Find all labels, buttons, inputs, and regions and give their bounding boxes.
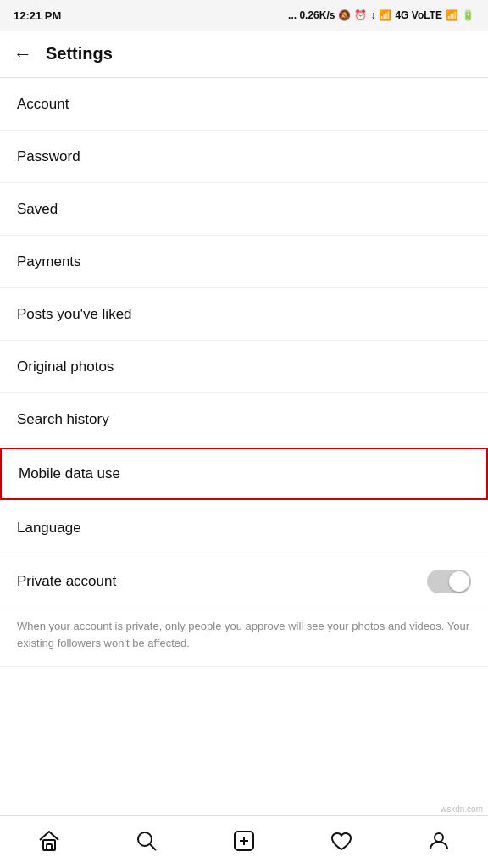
settings-label-private-account: Private account <box>17 573 116 590</box>
svg-rect-1 <box>47 844 52 850</box>
settings-item-search-history[interactable]: Search history <box>0 393 488 446</box>
nav-item-add[interactable] <box>224 822 264 863</box>
settings-item-posts-liked[interactable]: Posts you've liked <box>0 288 488 341</box>
settings-label-payments: Payments <box>17 253 81 270</box>
back-button[interactable]: ← <box>14 45 32 64</box>
toggle-knob <box>449 571 469 592</box>
header: ← Settings <box>0 31 488 78</box>
settings-item-language[interactable]: Language <box>0 502 488 554</box>
svg-point-7 <box>435 833 443 842</box>
page-title: Settings <box>46 44 113 64</box>
settings-label-mobile-data: Mobile data use <box>19 465 120 482</box>
settings-item-mobile-data[interactable]: Mobile data use <box>0 448 488 500</box>
heart-icon <box>330 829 353 856</box>
nav-item-search[interactable] <box>126 822 167 863</box>
settings-label-account: Account <box>17 96 69 113</box>
settings-item-password[interactable]: Password <box>0 131 488 183</box>
settings-item-original-photos[interactable]: Original photos <box>0 341 488 393</box>
add-icon <box>232 829 256 856</box>
status-indicators: ... 0.26K/s 🔕 ⏰ ↕ 📶 4G VoLTE 📶 🔋 <box>288 9 474 21</box>
home-icon <box>37 829 61 856</box>
settings-label-saved: Saved <box>17 201 58 218</box>
settings-item-saved[interactable]: Saved <box>0 183 488 236</box>
settings-label-posts-liked: Posts you've liked <box>17 306 132 323</box>
nav-item-profile[interactable] <box>419 822 459 863</box>
settings-label-language: Language <box>17 520 81 537</box>
settings-label-password: Password <box>17 148 80 165</box>
private-account-toggle[interactable] <box>427 570 471 593</box>
settings-label-search-history: Search history <box>17 411 109 428</box>
settings-list: AccountPasswordSavedPaymentsPosts you've… <box>0 78 488 815</box>
nav-item-home[interactable] <box>29 822 69 863</box>
nav-item-heart[interactable] <box>321 822 362 863</box>
settings-label-original-photos: Original photos <box>17 359 114 376</box>
settings-item-account[interactable]: Account <box>0 78 488 131</box>
svg-line-3 <box>150 844 156 850</box>
svg-point-2 <box>138 832 152 846</box>
profile-icon <box>427 829 451 856</box>
status-time: 12:21 PM <box>14 9 61 22</box>
private-account-description: When your account is private, only peopl… <box>0 609 488 667</box>
settings-item-payments[interactable]: Payments <box>0 236 488 288</box>
settings-item-private-account[interactable]: Private account <box>0 554 488 609</box>
status-bar: 12:21 PM ... 0.26K/s 🔕 ⏰ ↕ 📶 4G VoLTE 📶 … <box>0 0 488 31</box>
bottom-nav <box>0 815 488 868</box>
search-icon <box>135 829 158 856</box>
